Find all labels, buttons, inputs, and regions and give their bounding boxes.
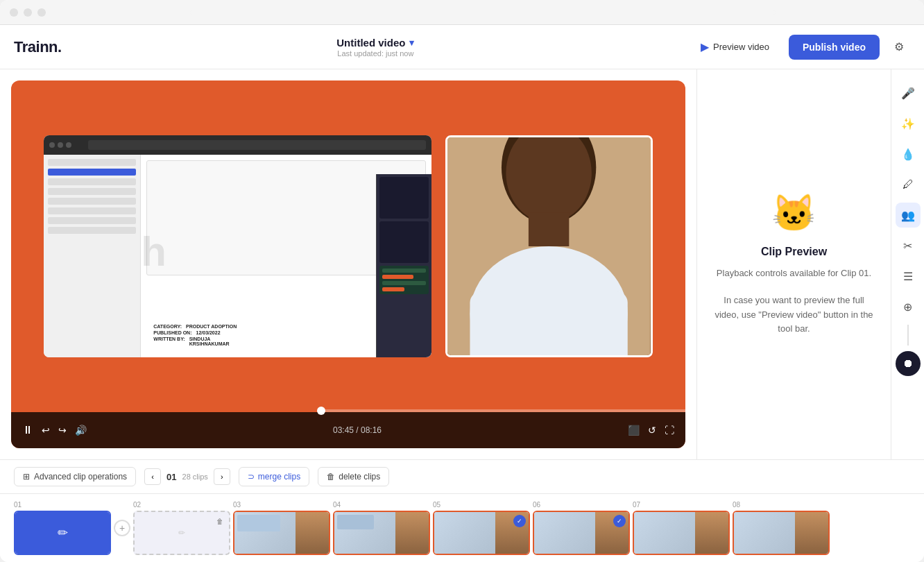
- sidebar-item-2: [48, 169, 136, 176]
- category-label: CATEGORY:: [153, 324, 182, 329]
- published-value: 12/03/2022: [196, 330, 221, 335]
- screen-dot-2: [58, 142, 63, 148]
- screen-main: 99%UPDATE: [141, 155, 431, 357]
- clip-person-04: [395, 512, 429, 554]
- maximize-dot[interactable]: [37, 8, 46, 17]
- written-row: WRITTEN BY: SINDUJAKRSIHNAKUMAR: [153, 337, 237, 346]
- time-total: 08:16: [361, 425, 382, 435]
- preview-video-button[interactable]: ▶ Preview video: [690, 35, 780, 59]
- written-label: WRITTEN BY:: [153, 337, 185, 346]
- paint-tool-button[interactable]: 🖊: [896, 172, 921, 197]
- scissors-tool-button[interactable]: ✂: [896, 233, 921, 258]
- close-dot[interactable]: [10, 8, 18, 17]
- clip-label-01: 01: [14, 501, 22, 509]
- preview-play-icon: ▶: [701, 40, 709, 53]
- cat-mascot: 🐱: [771, 192, 816, 235]
- list-tool-button[interactable]: ☰: [896, 264, 921, 289]
- clip-preview-text-2: In case you want to preview the full vid…: [711, 293, 877, 337]
- clip-inner-04: [334, 512, 429, 554]
- merge-clips-button[interactable]: ⊃ merge clips: [239, 467, 309, 486]
- current-clip-number: 01: [166, 472, 176, 482]
- next-clip-button[interactable]: ›: [214, 468, 230, 485]
- code-line-2: [382, 275, 413, 279]
- svg-rect-3: [529, 212, 569, 246]
- clip-thumb-07[interactable]: [633, 511, 730, 555]
- mic-tool-button[interactable]: 🎤: [896, 80, 921, 105]
- clip-delete-02[interactable]: 🗑: [214, 515, 226, 527]
- progress-bar-container[interactable]: [11, 409, 685, 412]
- address-bar: [88, 140, 426, 150]
- plus-circle-tool-button[interactable]: ⊕: [896, 294, 921, 319]
- sidebar-item-3: [48, 178, 136, 185]
- delete-icon: 🗑: [327, 472, 335, 482]
- subtitles-icon[interactable]: ⬛: [628, 425, 640, 436]
- settings-icon[interactable]: ⚙: [888, 36, 910, 58]
- code-line-4: [382, 287, 404, 291]
- time-separator: /: [356, 425, 361, 435]
- person-svg: [447, 137, 650, 355]
- clip-thumb-01[interactable]: ✏: [14, 511, 111, 555]
- screen-topbar: [44, 135, 431, 155]
- clip-check-05: ✓: [513, 515, 526, 527]
- clip-person-07: [695, 512, 728, 554]
- clip-thumb-06[interactable]: ✓: [533, 511, 630, 555]
- clip-thumb-05[interactable]: ✓: [433, 511, 530, 555]
- fullscreen-icon[interactable]: ⛶: [665, 425, 674, 436]
- video-area: 99%UPDATE: [0, 69, 696, 459]
- clip-thumb-08[interactable]: [733, 511, 830, 555]
- record-tool-button[interactable]: ⏺: [896, 351, 921, 376]
- clip-active-content: ✏: [15, 512, 110, 554]
- screen-mockup: 99%UPDATE: [44, 135, 431, 357]
- header-center: Untitled video ▾ Last updated: just now: [62, 37, 690, 58]
- video-title-container[interactable]: Untitled video ▾: [336, 37, 414, 49]
- clip-item-06: 06 ✓: [533, 501, 630, 555]
- clip-item-02: 02 ✏ 🗑: [133, 501, 230, 555]
- volume-icon[interactable]: 🔊: [75, 425, 87, 436]
- refresh-icon[interactable]: ↺: [648, 425, 656, 436]
- clip-thumb-04[interactable]: [333, 511, 430, 555]
- app-header: Trainn. Untitled video ▾ Last updated: j…: [0, 25, 924, 69]
- clip-person-08: [795, 512, 828, 554]
- dropdown-icon[interactable]: ▾: [409, 37, 414, 48]
- sidebar-item-8: [48, 227, 136, 234]
- main-content: 99%UPDATE: [0, 69, 924, 459]
- clip-thumb-02[interactable]: ✏ 🗑: [133, 511, 230, 555]
- undo-icon[interactable]: ↩: [42, 425, 50, 436]
- clip-screen-03: [234, 512, 296, 554]
- prev-clip-button[interactable]: ‹: [144, 468, 161, 485]
- video-container: 99%UPDATE: [11, 80, 685, 448]
- progress-dot: [317, 407, 325, 415]
- sidebar-item-5: [48, 198, 136, 205]
- code-line-3: [382, 281, 426, 285]
- title-bar-spacer: [190, 10, 776, 15]
- clip-thumb-03[interactable]: [233, 511, 330, 555]
- clip-label-03: 03: [233, 501, 241, 509]
- clip-label-08: 08: [733, 501, 740, 509]
- publish-video-button[interactable]: Publish video: [789, 35, 880, 60]
- clip-preview-text-1: Playback controls available for Clip 01.: [717, 266, 871, 281]
- redo-icon[interactable]: ↪: [58, 425, 67, 436]
- clip-screen-06: [534, 512, 595, 554]
- clip-inner-07: [634, 512, 728, 554]
- pause-button[interactable]: ⏸: [22, 424, 33, 436]
- water-tool-button[interactable]: 💧: [896, 142, 921, 167]
- clip-label-07: 07: [633, 501, 640, 509]
- sidebar-item-7: [48, 217, 136, 224]
- code-panel: [379, 266, 429, 294]
- add-clip-after-01[interactable]: +: [114, 520, 130, 536]
- written-value: SINDUJAKRSIHNAKUMAR: [189, 337, 230, 346]
- time-display: 03:45 / 08:16: [95, 425, 619, 435]
- logo: Trainn.: [14, 38, 62, 56]
- published-row: PUBLISHED ON: 12/03/2022: [153, 330, 237, 335]
- minimize-dot[interactable]: [24, 8, 32, 17]
- delete-clips-button[interactable]: 🗑 delete clips: [318, 467, 389, 486]
- people-tool-button[interactable]: 👥: [896, 203, 921, 228]
- clip-label-06: 06: [533, 501, 540, 509]
- code-line-1: [382, 269, 426, 273]
- right-toolbar: 🎤 ✨ 💧 🖊 👥 ✂ ☰ ⊕ ⏺: [891, 69, 924, 459]
- clip-item-01: 01 ✏: [14, 501, 111, 555]
- clip-item-05: 05 ✓: [433, 501, 530, 555]
- wand-tool-button[interactable]: ✨: [896, 111, 921, 136]
- title-bar: [0, 0, 924, 25]
- advanced-clip-ops-button[interactable]: ⊞ Advanced clip operations: [14, 467, 136, 486]
